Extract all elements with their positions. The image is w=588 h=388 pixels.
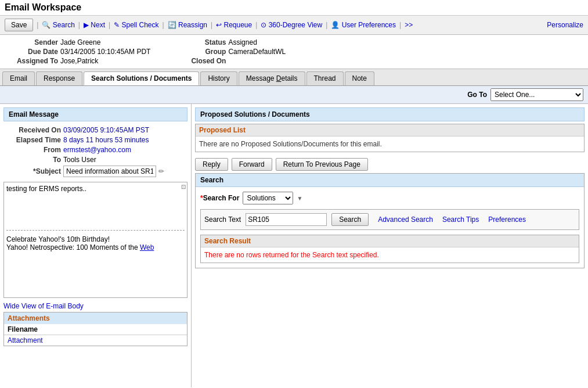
separator-5: | [211,21,212,29]
closed-on-label: Closed On [174,57,226,65]
sender-label: Sender [6,38,58,46]
view-360-icon: ⊙ [261,21,266,29]
requeue-icon: ↩ [216,21,222,29]
separator-4: | [163,21,164,29]
tab-thread[interactable]: Thread [306,71,344,85]
proposed-actions: Reply Forward Return To Previous Page [192,156,588,173]
closed-on-row: Closed On [174,57,286,65]
tab-bar: Email Response Search Solutions / Docume… [0,69,588,86]
personalize-link[interactable]: Personalize [547,21,583,29]
email-meta: Received On 03/09/2005 9:10:45AM PST Ela… [0,124,191,179]
expand-icon[interactable]: ⊡ [181,184,186,190]
left-panel: Email Message Received On 03/09/2005 9:1… [0,104,192,387]
save-button[interactable]: Save [5,19,33,31]
tab-email[interactable]: Email [2,71,35,85]
elapsed-time-row: Elapsed Time 8 days 11 hours 53 minutes [6,136,185,144]
received-on-value: 03/09/2005 9:10:45AM PST [63,126,149,134]
separator-6: | [255,21,257,29]
group-label: Group [174,48,226,56]
due-date-label: Due Date [6,48,58,56]
info-left: Sender Jade Greene Due Date 03/14/2005 1… [6,38,150,65]
more-link[interactable]: >> [405,21,413,29]
separator-1: | [37,21,38,29]
assigned-to-value: Jose,Patrick [60,57,98,65]
search-link[interactable]: 🔍 Search [42,21,74,29]
tab-history[interactable]: History [200,71,237,85]
search-text-row: Search Text Search Advanced Search Searc… [204,213,575,226]
received-on-row: Received On 03/09/2005 9:10:45AM PST [6,126,185,134]
due-date-row: Due Date 03/14/2005 10:10:45AM PDT [6,48,150,56]
tab-message-details[interactable]: Message Details [239,71,305,85]
toolbar: Save | 🔍 Search | ▶ Next | ✎ Spell Check… [0,16,588,35]
subject-input[interactable] [63,166,156,177]
attachments-row[interactable]: Attachment [4,335,187,346]
sender-value: Jade Greene [60,38,100,46]
reply-button[interactable]: Reply [195,158,228,171]
search-inner: *Search For Solutions Documents ▼ Search… [196,187,584,268]
tab-response[interactable]: Response [36,71,82,85]
search-for-dropdown-icon: ▼ [297,195,302,202]
attachments-header: Attachments [4,312,187,324]
forward-button[interactable]: Forward [232,158,272,171]
search-tips-link[interactable]: Search Tips [442,215,479,224]
next-link[interactable]: ▶ Next [84,21,105,29]
goto-select[interactable]: Select One... [490,88,583,101]
search-header: Search [196,174,584,187]
main-content: Email Message Received On 03/09/2005 9:1… [0,104,588,387]
info-section: Sender Jade Greene Due Date 03/14/2005 1… [0,35,588,69]
proposed-list-body: There are no Proposed Solutions/Document… [196,136,584,152]
tab-note[interactable]: Note [345,71,374,85]
advanced-search-link[interactable]: Advanced Search [378,215,433,224]
email-message-header: Email Message [3,107,187,121]
wide-view-link[interactable]: Wide View of E-mail Body [0,300,191,312]
status-row: Status Assigned [174,38,286,46]
search-section: Search *Search For Solutions Documents ▼… [195,173,585,268]
web-link[interactable]: Web [140,243,154,252]
to-value: Tools User [63,156,96,164]
sender-row: Sender Jade Greene [6,38,150,46]
received-on-label: Received On [6,126,61,134]
from-label: From [6,146,61,154]
search-result-header: Search Result [201,235,579,247]
separator-2: | [78,21,80,29]
reassign-link[interactable]: 🔄 Reassign [168,21,207,29]
spell-check-link[interactable]: ✎ Spell Check [114,21,158,29]
attachments-section: Attachments Filename Attachment [3,312,187,346]
search-result-section: Search Result There are no rows returned… [200,235,579,263]
search-for-select[interactable]: Solutions Documents [243,192,293,204]
yahoo-text: Celebrate Yahoo!'s 10th Birthday! Yahoo!… [6,235,185,252]
search-for-label: *Search For [200,194,239,202]
return-button[interactable]: Return To Previous Page [276,158,368,171]
proposed-header: Proposed Solutions / Documents [195,107,585,121]
search-links: Advanced Search Search Tips Preferences [378,215,526,224]
elapsed-time-label: Elapsed Time [6,136,61,144]
email-body-text: testing for ERMS reports.. [6,185,185,193]
reassign-icon: 🔄 [168,21,176,29]
to-row: To Tools User [6,156,185,164]
search-button[interactable]: Search [331,213,369,226]
next-icon: ▶ [84,21,89,29]
status-value: Assigned [228,38,257,46]
separator-8: | [399,21,401,29]
elapsed-time-value: 8 days 11 hours 53 minutes [63,136,149,144]
goto-label: Go To [467,91,487,99]
separator-7: | [326,21,327,29]
search-icon: 🔍 [42,21,50,29]
preferences-link[interactable]: Preferences [488,215,526,224]
tab-search-solutions[interactable]: Search Solutions / Documents [84,71,199,85]
proposed-list-section: Proposed List There are no Proposed Solu… [195,124,585,152]
spell-check-icon: ✎ [114,21,120,29]
group-value: CameraDefaultWL [228,48,286,56]
from-email-link[interactable]: ermstest@yahoo.com [63,146,131,154]
info-right: Status Assigned Group CameraDefaultWL Cl… [174,38,286,65]
subject-label: *Subject [6,167,61,175]
search-result-body: There are no rows returned for the Searc… [201,247,579,263]
edit-icon[interactable]: ✏ [158,167,164,175]
status-label: Status [174,38,226,46]
search-input[interactable] [246,213,327,226]
goto-bar: Go To Select One... [0,86,588,104]
user-prefs-link[interactable]: 👤 User Preferences [331,21,396,29]
view-360-link[interactable]: ⊙ 360-Degree View [261,21,322,29]
requeue-link[interactable]: ↩ Requeue [216,21,252,29]
proposed-list-header: Proposed List [196,124,584,136]
